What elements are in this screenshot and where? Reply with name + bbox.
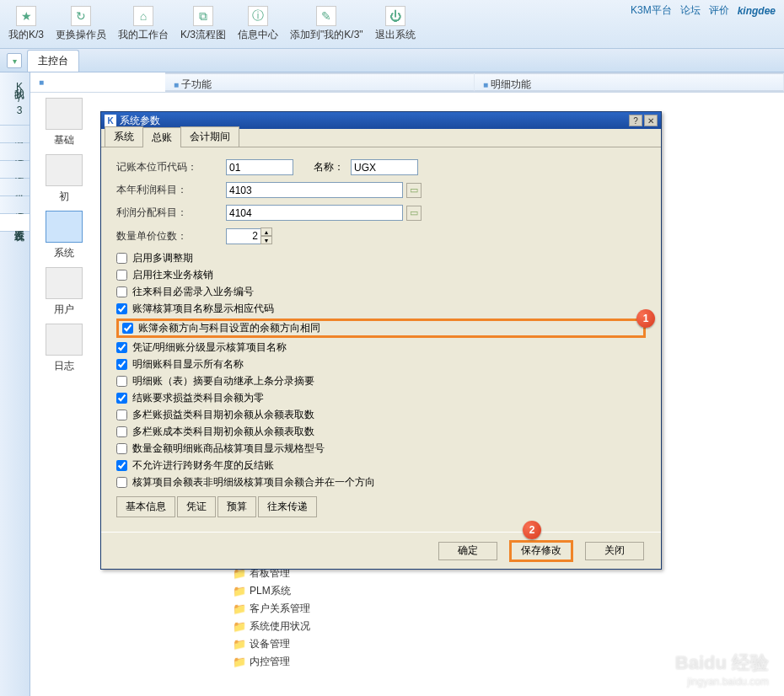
- check-row-7: 明细账（表）摘要自动继承上条分录摘要: [116, 374, 646, 388]
- checkbox-0[interactable]: [116, 253, 127, 264]
- close-window-button[interactable]: ✕: [644, 115, 658, 126]
- check-row-5: 凭证/明细账分级显示核算项目名称: [116, 340, 646, 355]
- currency-name-input[interactable]: [351, 159, 418, 175]
- checkbox-4[interactable]: [122, 323, 133, 334]
- check-row-12: 不允许进行跨财务年度的反结账: [116, 458, 646, 473]
- subtab-transfer[interactable]: 往来传递: [258, 496, 317, 517]
- currency-name-label: 名称：: [314, 160, 344, 174]
- callout-2: 2: [523, 521, 541, 539]
- check-row-10: 多栏账成本类科目期初余额从余额表取数: [116, 425, 646, 439]
- checkbox-1[interactable]: [116, 270, 127, 281]
- checkbox-label-5: 凭证/明细账分级显示核算项目名称: [132, 340, 287, 355]
- profit-dist-input[interactable]: [226, 205, 403, 221]
- checkbox-label-9: 多栏账损益类科目期初余额从余额表取数: [132, 408, 314, 422]
- profit-subject-input[interactable]: [226, 182, 403, 198]
- checkbox-13[interactable]: [116, 477, 127, 488]
- spin-up-icon[interactable]: ▲: [260, 228, 272, 236]
- dialog-footer: 确定 保存修改 关闭 2: [101, 532, 661, 569]
- ok-button[interactable]: 确定: [438, 542, 497, 560]
- checkbox-label-6: 明细账科目显示所有名称: [132, 357, 244, 372]
- check-row-3: 账簿核算项目名称显示相应代码: [116, 302, 646, 316]
- app-logo-icon: K: [105, 115, 116, 126]
- checkbox-label-3: 账簿核算项目名称显示相应代码: [132, 302, 274, 316]
- dialog-body: 记账本位币代码： 名称： 本年利润科目： ▭ 利润分配科目： ▭ 数量单价位数：…: [101, 147, 661, 532]
- check-row-1: 启用往来业务核销: [116, 268, 646, 282]
- check-row-6: 明细账科目显示所有名称: [116, 357, 646, 372]
- sub-tabs: 基本信息 凭证 预算 往来传递: [116, 496, 646, 517]
- qty-decimals-label: 数量单价位数：: [116, 229, 226, 244]
- subtab-budget[interactable]: 预算: [217, 496, 256, 517]
- subtab-basic[interactable]: 基本信息: [116, 496, 175, 517]
- checkbox-9[interactable]: [116, 410, 127, 420]
- checkbox-7[interactable]: [116, 376, 127, 387]
- checkbox-label-10: 多栏账成本类科目期初余额从余额表取数: [132, 425, 314, 439]
- checkbox-label-4: 账簿余额方向与科目设置的余额方向相同: [138, 321, 320, 335]
- checkbox-label-7: 明细账（表）摘要自动继承上条分录摘要: [132, 374, 314, 388]
- help-button[interactable]: ?: [629, 115, 642, 126]
- checkbox-5[interactable]: [116, 342, 127, 353]
- system-params-dialog: K 系统参数 ? ✕ 系统 总账 会计期间 记账本位币代码： 名称： 本年利润科…: [100, 111, 662, 570]
- checkbox-label-1: 启用往来业务核销: [132, 268, 213, 282]
- checkbox-6[interactable]: [116, 359, 127, 370]
- check-row-2: 往来科目必需录入业务编号: [116, 285, 646, 299]
- checkbox-3[interactable]: [116, 303, 127, 314]
- checkbox-label-2: 往来科目必需录入业务编号: [132, 285, 254, 299]
- checkbox-label-11: 数量金额明细账商品核算项目显示规格型号: [132, 442, 325, 456]
- dialog-tabs: 系统 总账 会计期间: [101, 129, 661, 147]
- checkbox-label-8: 结账要求损益类科目余额为零: [132, 391, 264, 405]
- profit-subject-browse-icon[interactable]: ▭: [406, 183, 422, 198]
- check-row-11: 数量金额明细账商品核算项目显示规格型号: [116, 442, 646, 456]
- currency-code-input[interactable]: [226, 159, 293, 175]
- tab-general-ledger[interactable]: 总账: [142, 127, 181, 147]
- check-row-8: 结账要求损益类科目余额为零: [116, 391, 646, 405]
- checkbox-8[interactable]: [116, 393, 127, 404]
- check-row-13: 核算项目余额表非明细级核算项目余额合并在一个方向: [116, 475, 646, 490]
- checkbox-label-12: 不允许进行跨财务年度的反结账: [132, 458, 274, 473]
- currency-code-label: 记账本位币代码：: [116, 160, 226, 174]
- checkbox-10[interactable]: [116, 426, 127, 437]
- profit-subject-label: 本年利润科目：: [116, 183, 226, 197]
- modal-mask: K 系统参数 ? ✕ 系统 总账 会计期间 记账本位币代码： 名称： 本年利润科…: [0, 0, 784, 696]
- callout-1: 1: [636, 309, 655, 328]
- save-button[interactable]: 保存修改: [509, 540, 573, 562]
- profit-dist-browse-icon[interactable]: ▭: [406, 206, 422, 221]
- checkbox-11[interactable]: [116, 443, 127, 454]
- check-row-0: 启用多调整期: [116, 251, 646, 265]
- qty-decimals-spinner[interactable]: ▲▼: [260, 228, 272, 244]
- tab-system[interactable]: 系统: [105, 126, 143, 147]
- tab-accounting-period[interactable]: 会计期间: [180, 126, 239, 147]
- checkbox-label-13: 核算项目余额表非明细级核算项目余额合并在一个方向: [132, 475, 375, 490]
- spin-down-icon[interactable]: ▼: [260, 236, 272, 244]
- subtab-voucher[interactable]: 凭证: [177, 496, 216, 517]
- qty-decimals-input[interactable]: [226, 228, 261, 244]
- check-row-9: 多栏账损益类科目期初余额从余额表取数: [116, 408, 646, 422]
- profit-dist-label: 利润分配科目：: [116, 206, 226, 220]
- check-row-4: 1账簿余额方向与科目设置的余额方向相同: [116, 319, 646, 338]
- checkbox-12[interactable]: [116, 460, 127, 471]
- close-button[interactable]: 关闭: [585, 542, 644, 560]
- checkbox-label-0: 启用多调整期: [132, 251, 193, 265]
- checkbox-2[interactable]: [116, 286, 127, 297]
- dialog-title: 系统参数: [120, 114, 160, 128]
